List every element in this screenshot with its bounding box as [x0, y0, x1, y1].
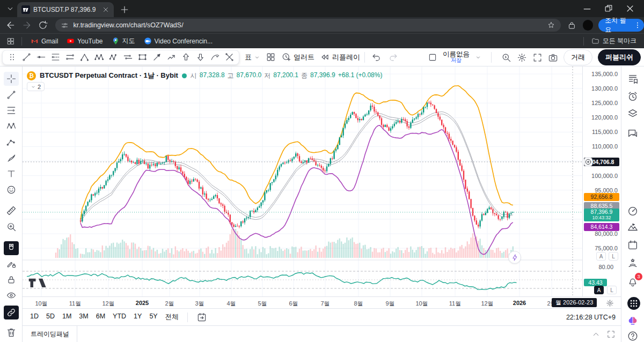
cross-line-tool-button[interactable]	[222, 51, 237, 64]
fullscreen-icon[interactable]	[532, 53, 543, 63]
auto-scale-button[interactable]: A	[594, 286, 604, 294]
screener-button[interactable]	[627, 205, 640, 218]
text-tool-button[interactable]	[4, 167, 19, 181]
clock-utc[interactable]: 22:16:28 UTC+9	[566, 314, 616, 321]
candlestick-chart[interactable]	[23, 66, 582, 296]
disjoint-channel-tool-button[interactable]	[121, 51, 135, 64]
chart-legend[interactable]: ₿ BTCUSDT Perpetual Contract · 1날 · Bybi…	[27, 71, 382, 80]
arrow-marker-tool-button[interactable]	[150, 51, 164, 64]
collapsed-indicators-chip[interactable]: 2	[27, 82, 45, 91]
price-scale[interactable]: 135,000.0130,000.0125,000.0120,000.0115,…	[582, 66, 621, 296]
action-needed-button[interactable]: 조치 필요	[598, 19, 644, 32]
auto-scale-button[interactable]: A	[596, 252, 606, 261]
browser-tab[interactable]: BTCUSDT.P 87,396.9 ▲ +0.08%	[17, 2, 114, 17]
profile-avatar[interactable]	[583, 20, 594, 31]
save-label[interactable]: 저장	[451, 57, 462, 64]
lock-all-tool-button[interactable]	[4, 273, 19, 287]
apps-menu-button[interactable]	[627, 296, 640, 309]
bookmark-youtube[interactable]: YouTube	[67, 36, 103, 46]
object-tree-button[interactable]	[627, 108, 640, 121]
projection-tool-button[interactable]	[4, 135, 19, 149]
back-button[interactable]	[5, 20, 16, 31]
trade-button[interactable]: 거래	[564, 49, 592, 65]
trading-panel-tab[interactable]: 트레이딩패널	[23, 326, 77, 342]
zoom-tool-button[interactable]	[4, 220, 19, 234]
log-scale-button[interactable]: L	[609, 252, 618, 261]
go-to-date-icon[interactable]	[196, 312, 207, 323]
range-button-5D[interactable]: 5D	[46, 313, 55, 322]
layout-name-button[interactable]: 이름없음 저장	[443, 51, 470, 64]
trend-arrow-tool-button[interactable]	[164, 51, 179, 64]
hide-drawings-tool-button[interactable]	[4, 288, 19, 302]
horizontal-ray-tool-button[interactable]	[34, 51, 48, 64]
window-restore-button[interactable]	[603, 3, 614, 14]
pitchfork-tool-button[interactable]	[77, 51, 92, 64]
site-settings-icon[interactable]	[61, 21, 69, 29]
instant-trading-button[interactable]	[508, 251, 521, 264]
log-scale-button[interactable]: L	[607, 286, 617, 294]
chevron-down-icon[interactable]	[475, 54, 481, 61]
apps-grid-icon[interactable]	[6, 37, 15, 46]
range-button-전체[interactable]: 전체	[165, 313, 179, 322]
watchlist-button[interactable]	[627, 73, 640, 86]
new-tab-button[interactable]	[119, 4, 130, 15]
draw-lock-tool-button[interactable]	[4, 257, 19, 271]
alerts-button[interactable]	[627, 91, 640, 103]
brush-tool-button[interactable]	[4, 151, 19, 165]
abcd-pattern-tool-button[interactable]	[106, 51, 121, 64]
bookmark-maps[interactable]: 지도	[112, 36, 135, 46]
chat-button[interactable]	[627, 128, 640, 140]
reload-button[interactable]	[38, 20, 48, 31]
tab-search-icon[interactable]	[4, 4, 16, 13]
xabcd-pattern-tool-button[interactable]	[92, 51, 106, 64]
panel-maximize-icon[interactable]	[606, 330, 616, 339]
magnet-tool-button[interactable]	[4, 241, 19, 255]
chart-area[interactable]: ₿ BTCUSDT Perpetual Contract · 1날 · Bybi…	[23, 66, 582, 296]
settings-gear-icon[interactable]	[517, 53, 527, 63]
publish-button[interactable]: 퍼블리쉬	[598, 49, 641, 65]
bookmark-star-icon[interactable]	[547, 21, 555, 29]
trend-line-tool-button[interactable]	[4, 88, 19, 102]
bookmark-gmail[interactable]: Gmail	[31, 36, 58, 46]
extensions-icon[interactable]	[567, 21, 576, 30]
time-scale-settings-icon[interactable]	[605, 299, 614, 308]
redo-button[interactable]	[388, 52, 398, 62]
range-button-YTD[interactable]: YTD	[113, 313, 126, 322]
time-scale[interactable]: 10월11월12월20252월3월4월5월6월7월8월9월10월11월12월20…	[23, 296, 621, 308]
help-button[interactable]	[627, 330, 640, 342]
panel-expand-chevron-icon[interactable]	[591, 330, 601, 339]
fib-tool-button[interactable]	[4, 103, 19, 117]
tab-close-icon[interactable]	[102, 6, 109, 13]
crosshair-button[interactable]	[4, 72, 19, 86]
range-button-1D[interactable]: 1D	[30, 313, 39, 322]
parallel-channel-tool-button[interactable]	[63, 51, 77, 64]
forward-button[interactable]	[21, 20, 32, 31]
arrow-up-tool-button[interactable]	[179, 51, 193, 64]
xabcd-tool-button[interactable]	[4, 119, 19, 133]
replay-button[interactable]: 리플레이	[320, 52, 360, 62]
range-button-1Y[interactable]: 1Y	[134, 313, 142, 322]
emoji-tool-button[interactable]	[4, 183, 19, 197]
symbol-title[interactable]: BTCUSDT Perpetual Contract · 1날 · Bybit	[40, 71, 178, 80]
undo-button[interactable]	[371, 52, 382, 62]
notifications-button[interactable]: 3	[627, 276, 640, 288]
bookmark-video-conf[interactable]: Video Conferencin...	[144, 36, 213, 46]
range-button-3M[interactable]: 3M	[79, 313, 88, 322]
add-alert-plus-button[interactable]	[584, 158, 592, 166]
all-bookmarks[interactable]: 모든 북마크	[583, 36, 636, 46]
trash-icon[interactable]	[5, 326, 17, 338]
range-button-6M[interactable]: 6M	[96, 313, 105, 322]
calendar-button[interactable]	[627, 239, 640, 252]
alert-button[interactable]: 얼러트	[281, 52, 314, 62]
curve-tool-button[interactable]	[208, 51, 222, 64]
ruler-tool-button[interactable]	[4, 204, 19, 218]
arrow-down-tool-button[interactable]	[193, 51, 208, 64]
ai-assistant-button[interactable]	[627, 315, 640, 328]
fib-retracement-tool-button[interactable]	[48, 51, 63, 64]
shows-button[interactable]	[627, 257, 640, 270]
window-minimize-button[interactable]	[582, 3, 592, 14]
indicators-button[interactable]: 표	[245, 53, 260, 62]
quick-search-icon[interactable]	[501, 53, 511, 63]
browser-menu-icon[interactable]	[633, 21, 642, 29]
layout-grid-button[interactable]	[266, 52, 276, 62]
